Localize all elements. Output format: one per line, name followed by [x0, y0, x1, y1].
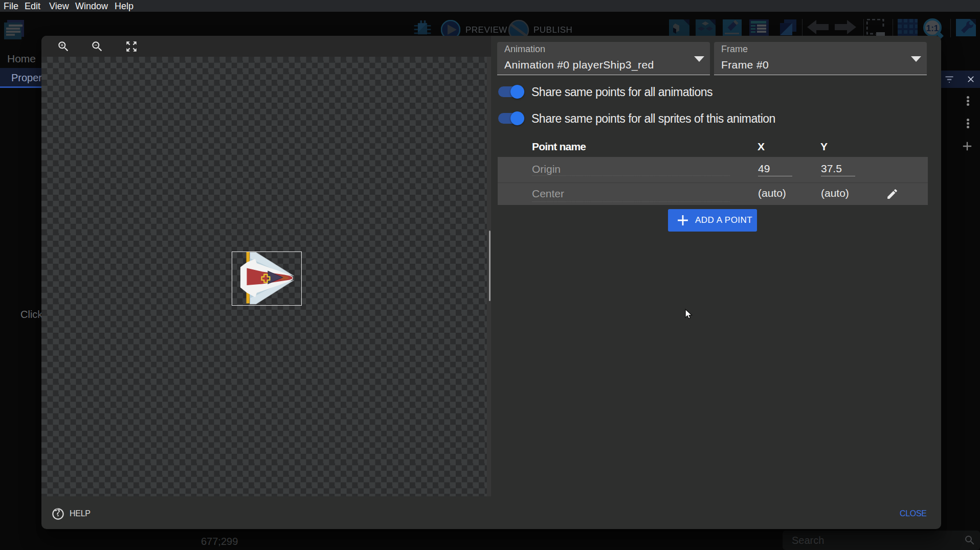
- svg-text:1:1: 1:1: [926, 24, 939, 33]
